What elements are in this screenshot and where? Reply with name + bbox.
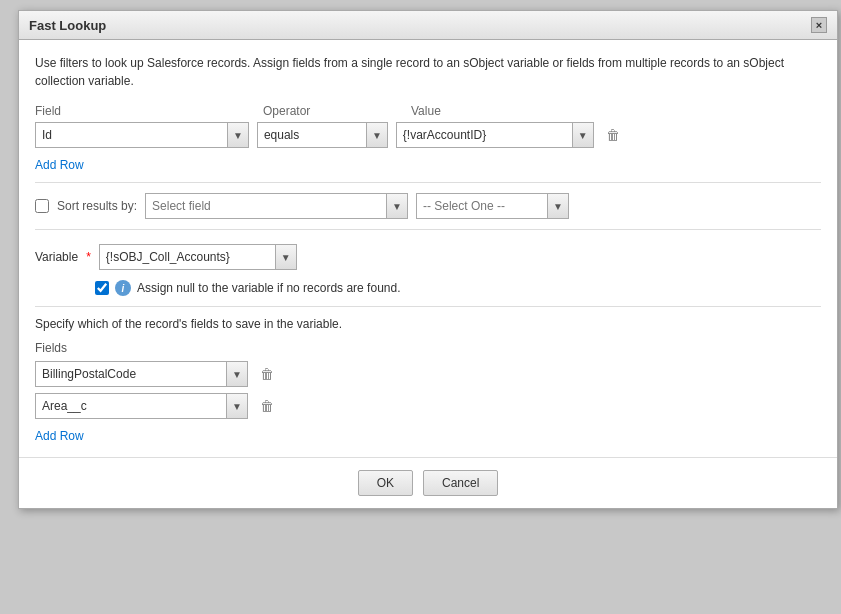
field-dropdown-btn[interactable]: ▼ — [227, 123, 248, 147]
dialog-footer: OK Cancel — [19, 457, 837, 508]
field-row-1: ▼ 🗑 — [35, 361, 821, 387]
fields-label: Fields — [35, 341, 821, 355]
sort-order-input[interactable] — [417, 196, 547, 216]
variable-select-wrap: ▼ — [99, 244, 297, 270]
field-input[interactable] — [36, 123, 227, 147]
ok-button[interactable]: OK — [358, 470, 413, 496]
operator-dropdown-btn[interactable]: ▼ — [366, 123, 387, 147]
filter-row-delete-btn[interactable]: 🗑 — [606, 127, 620, 143]
value-select-wrap: ▼ — [396, 122, 594, 148]
required-star: * — [86, 250, 91, 264]
null-assign-label: Assign null to the variable if no record… — [137, 281, 400, 295]
fast-lookup-dialog: Fast Lookup × Use filters to look up Sal… — [18, 10, 838, 509]
sort-field-dropdown-btn[interactable]: ▼ — [386, 194, 407, 218]
cancel-button[interactable]: Cancel — [423, 470, 498, 496]
specify-text: Specify which of the record's fields to … — [35, 317, 821, 331]
dialog-body: Use filters to look up Salesforce record… — [19, 40, 837, 457]
sort-row: Sort results by: ▼ ▼ — [35, 193, 821, 219]
value-input[interactable] — [397, 123, 572, 147]
field-1-input[interactable] — [36, 364, 226, 384]
operator-select-wrap: ▼ — [257, 122, 388, 148]
value-header: Value — [411, 104, 631, 118]
field-select-wrap: ▼ — [35, 122, 249, 148]
filter-headers: Field Operator Value — [35, 104, 821, 118]
filter-add-row-link[interactable]: Add Row — [35, 158, 84, 172]
sort-checkbox[interactable] — [35, 199, 49, 213]
field-1-select-wrap: ▼ — [35, 361, 248, 387]
variable-section: Variable * ▼ — [35, 244, 821, 270]
sort-order-dropdown-btn[interactable]: ▼ — [547, 194, 568, 218]
section-divider-2 — [35, 229, 821, 230]
description-text: Use filters to look up Salesforce record… — [35, 54, 821, 90]
operator-header: Operator — [263, 104, 403, 118]
field-2-input[interactable] — [36, 396, 226, 416]
field-header: Field — [35, 104, 255, 118]
fields-add-row-link[interactable]: Add Row — [35, 429, 84, 443]
dialog-titlebar: Fast Lookup × — [19, 11, 837, 40]
variable-label: Variable — [35, 250, 78, 264]
field-row-2: ▼ 🗑 — [35, 393, 821, 419]
section-divider-3 — [35, 306, 821, 307]
section-divider-1 — [35, 182, 821, 183]
filter-row: ▼ ▼ ▼ 🗑 — [35, 122, 821, 148]
sort-order-wrap: ▼ — [416, 193, 569, 219]
field-2-select-wrap: ▼ — [35, 393, 248, 419]
field-1-dropdown-btn[interactable]: ▼ — [226, 362, 247, 386]
dialog-overlay: Fast Lookup × Use filters to look up Sal… — [0, 0, 841, 614]
info-icon[interactable]: i — [115, 280, 131, 296]
variable-dropdown-btn[interactable]: ▼ — [275, 245, 296, 269]
close-button[interactable]: × — [811, 17, 827, 33]
dialog-title: Fast Lookup — [29, 18, 106, 33]
variable-input[interactable] — [100, 247, 275, 267]
operator-input[interactable] — [258, 123, 366, 147]
sort-field-input[interactable] — [146, 196, 386, 216]
sort-label: Sort results by: — [57, 199, 137, 213]
specify-section: Specify which of the record's fields to … — [35, 317, 821, 443]
field-2-dropdown-btn[interactable]: ▼ — [226, 394, 247, 418]
null-assign-checkbox[interactable] — [95, 281, 109, 295]
null-assign-row: i Assign null to the variable if no reco… — [95, 280, 821, 296]
field-2-delete-btn[interactable]: 🗑 — [260, 398, 274, 414]
sort-field-wrap: ▼ — [145, 193, 408, 219]
field-1-delete-btn[interactable]: 🗑 — [260, 366, 274, 382]
value-dropdown-btn[interactable]: ▼ — [572, 123, 593, 147]
